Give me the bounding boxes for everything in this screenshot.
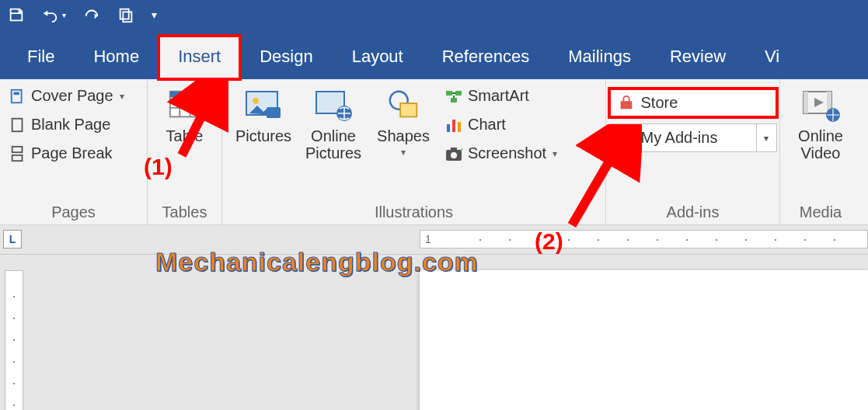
cover-page-button[interactable]: Cover Page ▾ [6, 84, 127, 108]
tab-selector[interactable]: L [3, 230, 22, 248]
screenshot-label: Screenshot [468, 144, 546, 162]
svg-line-35 [572, 132, 626, 225]
pictures-label: Pictures [235, 127, 291, 145]
smartart-button[interactable]: SmartArt [441, 84, 560, 108]
chevron-down-icon: ▾ [401, 147, 406, 158]
online-pictures-icon [313, 87, 354, 123]
svg-rect-15 [267, 107, 281, 118]
online-pictures-button[interactable]: Online Pictures [298, 84, 368, 165]
quick-access-toolbar: ▾ ▾ [0, 0, 868, 30]
svg-point-14 [253, 98, 259, 104]
ruler-ticks [451, 239, 863, 241]
svg-rect-23 [447, 124, 450, 132]
chart-label: Chart [468, 116, 506, 134]
svg-rect-19 [400, 103, 417, 116]
tab-references[interactable]: References [423, 36, 549, 79]
tab-view[interactable]: Vi [745, 36, 783, 79]
screenshot-button[interactable]: + Screenshot ▾ [441, 141, 560, 165]
svg-rect-2 [12, 89, 22, 102]
svg-rect-28 [451, 148, 457, 151]
online-pictures-label: Online Pictures [305, 127, 361, 162]
svg-text:+: + [460, 146, 463, 153]
svg-rect-6 [12, 155, 23, 160]
online-video-button[interactable]: Online Video [786, 84, 856, 165]
page-break-icon [9, 145, 26, 162]
chart-icon [444, 116, 463, 134]
group-pages: Cover Page ▾ Blank Page Page Break Page [0, 79, 148, 224]
svg-rect-25 [458, 122, 461, 132]
group-media-label: Media [786, 202, 855, 221]
chart-button[interactable]: Chart [441, 113, 560, 137]
watermark-text: Mechanicalengblog.com [155, 247, 479, 277]
online-video-icon [800, 87, 841, 123]
svg-rect-31 [804, 92, 808, 113]
cover-page-icon [9, 88, 26, 105]
online-video-label: Online Video [798, 127, 843, 162]
blank-page-label: Blank Page [31, 116, 110, 134]
arrow-2 [556, 124, 642, 233]
chevron-down-icon: ▾ [120, 91, 124, 102]
smartart-icon [444, 88, 463, 105]
group-pages-label: Pages [6, 202, 141, 221]
svg-rect-24 [452, 120, 455, 132]
group-illustrations-label: Illustrations [228, 202, 599, 221]
undo-icon[interactable]: ▾ [42, 6, 66, 23]
svg-rect-0 [120, 9, 129, 19]
tab-insert[interactable]: Insert [159, 36, 240, 79]
smartart-label: SmartArt [468, 87, 529, 105]
pictures-button[interactable]: Pictures [228, 84, 298, 164]
shapes-button[interactable]: Shapes ▾ [368, 84, 438, 161]
tab-design[interactable]: Design [240, 36, 332, 79]
shapes-label: Shapes [377, 127, 430, 145]
svg-rect-20 [446, 91, 452, 96]
page-break-label: Page Break [31, 144, 113, 162]
page-break-button[interactable]: Page Break [6, 141, 127, 165]
ruler-v-ticks [13, 276, 15, 410]
group-illustrations: Pictures Online Pictures Shapes ▾ [222, 79, 606, 224]
svg-rect-22 [451, 98, 457, 102]
save-icon[interactable] [8, 6, 25, 23]
svg-line-34 [182, 85, 217, 155]
store-label: Store [641, 94, 678, 112]
shapes-icon [385, 87, 421, 123]
tab-layout[interactable]: Layout [333, 36, 423, 79]
store-button[interactable]: Store [609, 89, 777, 117]
group-tables-label: Tables [154, 202, 215, 221]
customize-qat-icon[interactable]: ▾ [152, 9, 157, 21]
ribbon: Cover Page ▾ Blank Page Page Break Page [0, 79, 868, 225]
vertical-ruler[interactable] [5, 270, 23, 410]
svg-rect-3 [14, 92, 19, 95]
group-media: Online Video Media [780, 79, 861, 224]
tab-review[interactable]: Review [650, 36, 745, 79]
blank-page-icon [9, 116, 26, 134]
svg-rect-1 [123, 12, 131, 22]
cover-page-label: Cover Page [31, 87, 113, 105]
blank-page-button[interactable]: Blank Page [6, 113, 127, 137]
tab-home[interactable]: Home [74, 36, 159, 79]
arrow-1 [166, 78, 228, 163]
document-page[interactable] [420, 270, 868, 410]
copy-icon[interactable] [117, 6, 134, 23]
ribbon-tabs: File Home Insert Design Layout Reference… [0, 30, 868, 79]
svg-point-27 [451, 152, 457, 158]
redo-icon[interactable] [83, 6, 100, 23]
horizontal-ruler[interactable] [420, 230, 868, 248]
my-addins-label: My Add-ins [641, 129, 718, 147]
document-area [0, 255, 868, 410]
store-icon [618, 95, 635, 112]
tab-mailings[interactable]: Mailings [549, 36, 650, 79]
tab-file[interactable]: File [8, 36, 74, 79]
svg-rect-21 [455, 91, 462, 96]
screenshot-icon: + [444, 145, 463, 162]
svg-rect-4 [12, 118, 23, 131]
svg-rect-5 [12, 146, 23, 151]
pictures-icon [243, 87, 284, 123]
my-addins-dropdown[interactable]: ▾ [757, 123, 777, 152]
